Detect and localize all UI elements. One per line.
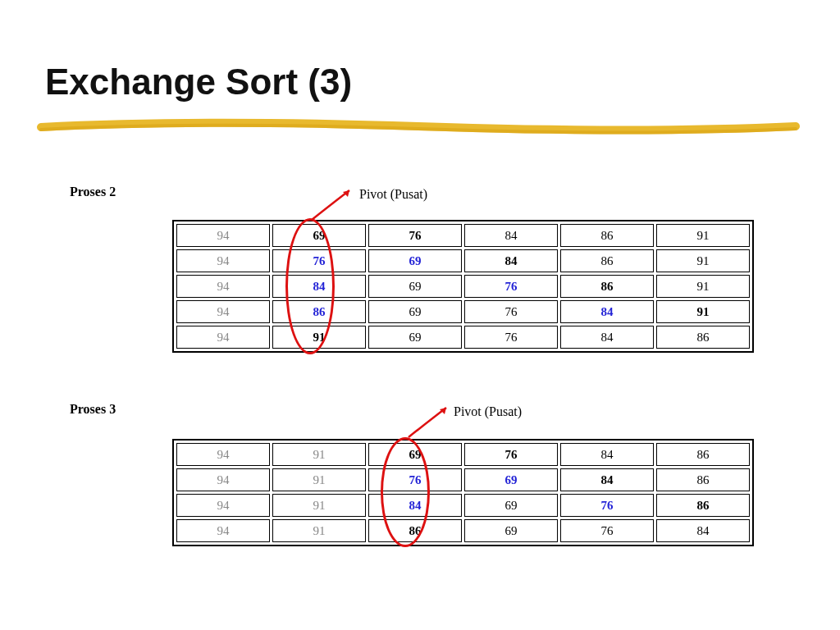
table-cell: 94 — [176, 326, 270, 349]
table-cell: 91 — [656, 224, 750, 247]
table-cell: 76 — [272, 249, 366, 272]
process3-table: 9491697684869491766984869491846976869491… — [172, 439, 754, 546]
process2-pivot-label: Pivot (Pusat) — [359, 187, 427, 202]
table-cell: 76 — [464, 275, 558, 298]
table-cell: 69 — [368, 443, 462, 466]
table-cell: 76 — [560, 494, 654, 517]
table-cell: 91 — [656, 275, 750, 298]
table-cell: 94 — [176, 275, 270, 298]
table-cell: 94 — [176, 249, 270, 272]
table-cell: 69 — [464, 494, 558, 517]
table-cell: 69 — [272, 224, 366, 247]
table-cell: 94 — [176, 224, 270, 247]
table-cell: 76 — [464, 326, 558, 349]
slide-title: Exchange Sort (3) — [45, 62, 352, 103]
table-cell: 94 — [176, 443, 270, 466]
table-cell: 86 — [560, 224, 654, 247]
table-cell: 84 — [656, 519, 750, 542]
table-cell: 86 — [656, 443, 750, 466]
table-cell: 91 — [656, 249, 750, 272]
table-cell: 84 — [560, 326, 654, 349]
table-cell: 86 — [560, 275, 654, 298]
table-cell: 84 — [560, 468, 654, 491]
table-cell: 69 — [368, 249, 462, 272]
table-cell: 84 — [272, 275, 366, 298]
table-cell: 84 — [464, 249, 558, 272]
table-cell: 94 — [176, 519, 270, 542]
title-underline-brush — [33, 115, 804, 139]
table-cell: 84 — [464, 224, 558, 247]
table-cell: 86 — [656, 468, 750, 491]
table-cell: 94 — [176, 494, 270, 517]
table-cell: 84 — [560, 443, 654, 466]
table-cell: 76 — [368, 224, 462, 247]
table-cell: 69 — [464, 519, 558, 542]
process3-pivot-label: Pivot (Pusat) — [454, 404, 522, 419]
table-cell: 86 — [560, 249, 654, 272]
table-row: 948669768491 — [176, 300, 750, 323]
table-cell: 94 — [176, 300, 270, 323]
table-cell: 86 — [272, 300, 366, 323]
table-cell: 86 — [368, 519, 462, 542]
table-row: 949169768486 — [176, 326, 750, 349]
table-cell: 91 — [656, 300, 750, 323]
table-cell: 86 — [656, 326, 750, 349]
table-cell: 91 — [272, 494, 366, 517]
process2-table: 9469768486919476698486919484697686919486… — [172, 220, 754, 353]
table-cell: 76 — [464, 443, 558, 466]
table-cell: 91 — [272, 519, 366, 542]
table-row: 949169768486 — [176, 443, 750, 466]
table-row: 949176698486 — [176, 468, 750, 491]
table-cell: 86 — [656, 494, 750, 517]
table-row: 946976848691 — [176, 224, 750, 247]
table-cell: 69 — [368, 300, 462, 323]
table-cell: 76 — [560, 519, 654, 542]
table-cell: 91 — [272, 326, 366, 349]
table-row: 947669848691 — [176, 249, 750, 272]
table-cell: 84 — [368, 494, 462, 517]
table-row: 948469768691 — [176, 275, 750, 298]
process3-label: Proses 3 — [70, 402, 116, 417]
process2-label: Proses 2 — [70, 185, 116, 199]
table-cell: 94 — [176, 468, 270, 491]
table-cell: 84 — [560, 300, 654, 323]
table-cell: 69 — [464, 468, 558, 491]
table-row: 949184697686 — [176, 494, 750, 517]
table-cell: 91 — [272, 468, 366, 491]
table-cell: 76 — [368, 468, 462, 491]
table-cell: 69 — [368, 275, 462, 298]
table-cell: 69 — [368, 326, 462, 349]
table-row: 949186697684 — [176, 519, 750, 542]
table-cell: 91 — [272, 443, 366, 466]
table-cell: 76 — [464, 300, 558, 323]
